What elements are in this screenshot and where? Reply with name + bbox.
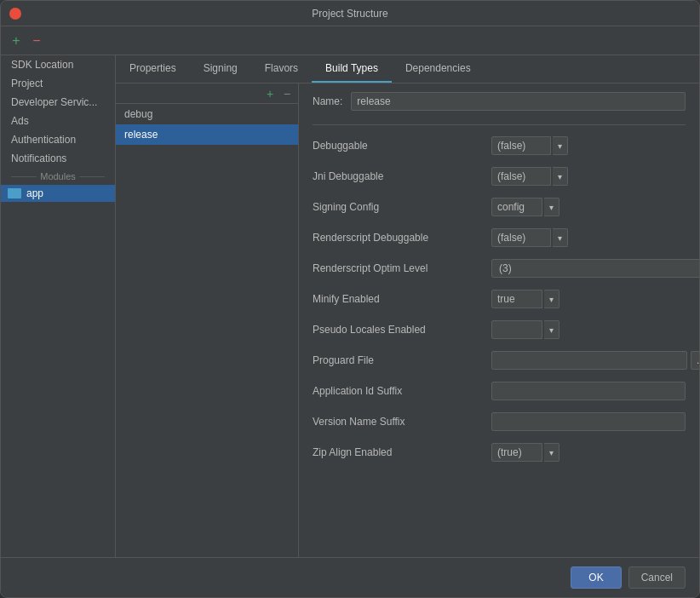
title-bar: Project Structure bbox=[1, 1, 699, 26]
jni-debuggable-dropdown-arrow[interactable]: ▾ bbox=[553, 167, 568, 186]
sidebar-item-developer-services[interactable]: Developer Servic... bbox=[1, 93, 115, 112]
tab-properties[interactable]: Properties bbox=[116, 55, 190, 83]
jni-debuggable-input[interactable] bbox=[491, 167, 551, 186]
app-id-suffix-row: Application Id Suffix bbox=[313, 381, 686, 401]
minify-enabled-row: Minify Enabled ▾ bbox=[313, 289, 686, 309]
project-structure-dialog: Project Structure + − SDK Location Proje… bbox=[0, 0, 700, 598]
proguard-file-control: ... bbox=[491, 351, 699, 370]
modules-label: Modules bbox=[40, 171, 76, 181]
debuggable-row: Debuggable ▾ bbox=[313, 135, 686, 156]
signing-config-input[interactable] bbox=[491, 198, 542, 216]
add-button[interactable]: + bbox=[8, 32, 25, 49]
tab-build-types[interactable]: Build Types bbox=[312, 55, 392, 83]
sidebar: SDK Location Project Developer Servic...… bbox=[1, 55, 116, 557]
modules-section: Modules bbox=[1, 168, 115, 185]
build-list-remove-button[interactable]: − bbox=[279, 86, 295, 101]
sidebar-item-project[interactable]: Project bbox=[1, 74, 115, 93]
jni-debuggable-control: ▾ bbox=[491, 167, 568, 186]
zip-align-input[interactable] bbox=[491, 443, 542, 462]
sidebar-item-sdk-location[interactable]: SDK Location bbox=[1, 55, 115, 74]
build-list-add-button[interactable]: + bbox=[262, 86, 278, 101]
proguard-file-row: Proguard File ... bbox=[313, 350, 686, 371]
minify-enabled-control: ▾ bbox=[491, 290, 559, 308]
app-id-suffix-input[interactable] bbox=[491, 382, 686, 400]
tab-signing[interactable]: Signing bbox=[190, 55, 251, 83]
app-label: app bbox=[26, 187, 43, 199]
name-row: Name: bbox=[313, 92, 686, 111]
proguard-file-label: Proguard File bbox=[313, 354, 491, 366]
sidebar-item-ads[interactable]: Ads bbox=[1, 112, 115, 130]
debuggable-input[interactable] bbox=[491, 136, 551, 155]
folder-icon bbox=[8, 188, 21, 198]
right-panel: Properties Signing Flavors Build Types D… bbox=[116, 55, 699, 557]
zip-align-label: Zip Align Enabled bbox=[313, 446, 491, 458]
renderscript-optim-row: Renderscript Optim Level (3) bbox=[313, 258, 686, 279]
tab-dependencies[interactable]: Dependencies bbox=[392, 55, 485, 83]
pseudo-locales-row: Pseudo Locales Enabled ▾ bbox=[313, 319, 686, 340]
tab-flavors[interactable]: Flavors bbox=[251, 55, 312, 83]
debuggable-dropdown-arrow[interactable]: ▾ bbox=[553, 136, 568, 155]
proguard-browse-button[interactable]: ... bbox=[691, 351, 699, 370]
ok-button[interactable]: OK bbox=[571, 566, 621, 589]
jni-debuggable-row: Jni Debuggable ▾ bbox=[313, 166, 686, 187]
pseudo-locales-dropdown-arrow[interactable]: ▾ bbox=[544, 320, 559, 339]
main-toolbar: + − bbox=[1, 26, 699, 55]
renderscript-debuggable-control: ▾ bbox=[491, 228, 568, 247]
version-name-suffix-input[interactable] bbox=[491, 412, 686, 431]
signing-config-label: Signing Config bbox=[313, 201, 491, 213]
form-divider bbox=[313, 124, 686, 125]
proguard-file-input[interactable] bbox=[491, 351, 687, 370]
renderscript-optim-label: Renderscript Optim Level bbox=[313, 262, 491, 274]
sidebar-item-app[interactable]: app bbox=[1, 185, 115, 202]
build-list: + − debug release bbox=[116, 83, 299, 557]
app-id-suffix-label: Application Id Suffix bbox=[313, 385, 491, 397]
content-area: SDK Location Project Developer Servic...… bbox=[1, 55, 699, 557]
dialog-title: Project Structure bbox=[312, 8, 387, 20]
bottom-bar: OK Cancel bbox=[1, 557, 699, 597]
build-item-release[interactable]: release bbox=[116, 124, 298, 145]
signing-config-row: Signing Config ▾ bbox=[313, 197, 686, 217]
sidebar-item-notifications[interactable]: Notifications bbox=[1, 149, 115, 168]
debuggable-control: ▾ bbox=[491, 136, 568, 155]
minify-enabled-label: Minify Enabled bbox=[313, 293, 491, 305]
minify-enabled-input[interactable] bbox=[491, 290, 542, 308]
renderscript-debuggable-row: Renderscript Debuggable ▾ bbox=[313, 227, 686, 248]
minify-enabled-dropdown-arrow[interactable]: ▾ bbox=[544, 290, 559, 308]
build-list-toolbar: + − bbox=[116, 83, 298, 104]
debuggable-label: Debuggable bbox=[313, 140, 491, 152]
zip-align-dropdown-arrow[interactable]: ▾ bbox=[544, 443, 559, 462]
renderscript-debuggable-dropdown-arrow[interactable]: ▾ bbox=[553, 228, 568, 247]
zip-align-row: Zip Align Enabled ▾ bbox=[313, 442, 686, 463]
pseudo-locales-label: Pseudo Locales Enabled bbox=[313, 324, 491, 336]
pseudo-locales-control: ▾ bbox=[491, 320, 559, 339]
renderscript-debuggable-input[interactable] bbox=[491, 228, 551, 247]
name-label: Name: bbox=[313, 95, 342, 107]
signing-config-dropdown-arrow[interactable]: ▾ bbox=[544, 198, 559, 216]
form-area: Name: Debuggable ▾ Jni Debugg bbox=[299, 83, 699, 557]
remove-button[interactable]: − bbox=[28, 32, 45, 49]
renderscript-debuggable-label: Renderscript Debuggable bbox=[313, 232, 491, 244]
sidebar-item-authentication[interactable]: Authentication bbox=[1, 130, 115, 149]
jni-debuggable-label: Jni Debuggable bbox=[313, 170, 491, 182]
name-input[interactable] bbox=[351, 92, 686, 111]
zip-align-control: ▾ bbox=[491, 443, 559, 462]
build-types-area: + − debug release Name: D bbox=[116, 83, 699, 557]
signing-config-control: ▾ bbox=[491, 198, 559, 216]
pseudo-locales-input[interactable] bbox=[491, 320, 542, 339]
tabs-bar: Properties Signing Flavors Build Types D… bbox=[116, 55, 699, 83]
cancel-button[interactable]: Cancel bbox=[628, 566, 686, 589]
version-name-suffix-label: Version Name Suffix bbox=[313, 416, 491, 428]
build-item-debug[interactable]: debug bbox=[116, 104, 298, 124]
close-button[interactable] bbox=[9, 8, 21, 20]
renderscript-optim-value: (3) bbox=[491, 259, 699, 278]
version-name-suffix-row: Version Name Suffix bbox=[313, 411, 686, 432]
